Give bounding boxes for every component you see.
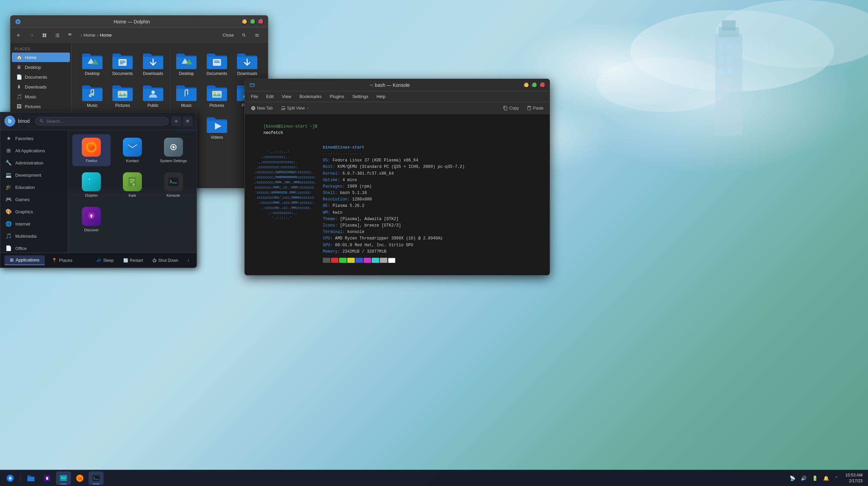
launcher-nav-all-apps[interactable]: ⊞ All Applications	[0, 144, 68, 157]
taskbar-software-store[interactable]	[40, 471, 55, 485]
tab-places[interactable]: 📍 Places	[46, 255, 78, 265]
launcher-nav-label-graphics: Graphics	[15, 209, 33, 214]
taskbar-clock[interactable]: 10:53 AM 2/17/23	[843, 472, 865, 484]
file-item-pictures-1[interactable]: Pictures	[109, 81, 137, 111]
breadcrumb-parent[interactable]: Home	[84, 33, 95, 38]
launcher-nav-education[interactable]: 🎓 Education	[0, 181, 68, 193]
launcher-tab-group: ⊞ Applications 📍 Places	[4, 255, 78, 265]
launcher-nav-administration[interactable]: 🔧 Administration	[0, 157, 68, 169]
color-block-6	[364, 258, 371, 263]
file-item-pictures-2[interactable]: Pictures	[203, 81, 231, 111]
launcher-nav-label-education: Education	[15, 185, 35, 190]
paste-button[interactable]: Paste	[523, 104, 547, 112]
tab-applications[interactable]: ⊞ Applications	[4, 255, 45, 265]
taskbar-file-manager[interactable]	[23, 471, 38, 485]
neofetch-user: binod@linux-start	[323, 144, 546, 151]
hamburger-menu-button[interactable]	[252, 30, 262, 41]
konsole-terminal[interactable]: [binod@linux-start ~]$ neofetch '.,:::::…	[245, 114, 550, 263]
minimize-button[interactable]: _	[242, 19, 247, 24]
app-item-konsole[interactable]: Konsole	[154, 169, 192, 201]
network-tray-icon[interactable]: 📡	[788, 474, 797, 482]
menu-file[interactable]: File	[247, 93, 261, 100]
sys-icons-area: 📡 🔊 🔋 🔔 ⌃	[788, 474, 840, 482]
compact-view-button[interactable]	[65, 30, 76, 41]
dolphin-close-label[interactable]: Close	[220, 31, 237, 39]
svg-point-2	[596, 58, 732, 112]
file-item-desktop-2[interactable]: Desktop	[173, 50, 201, 79]
konsole-close-button[interactable]: ✕	[540, 82, 546, 88]
file-item-downloads-2[interactable]: Downloads	[234, 50, 261, 79]
menu-bookmarks[interactable]: Bookmarks	[296, 93, 325, 100]
file-item-music-1[interactable]: Music	[78, 81, 106, 111]
app-item-kontact[interactable]: Kontact	[113, 134, 152, 166]
split-view-button[interactable]: Split View	[277, 104, 313, 112]
close-window-button[interactable]: ✕	[258, 19, 264, 24]
sidebar-item-desktop[interactable]: 🖥 Desktop	[12, 62, 70, 72]
launcher-nav-graphics[interactable]: 🎨 Graphics	[0, 206, 68, 218]
games-icon: 🎮	[5, 196, 12, 203]
menu-edit[interactable]: Edit	[263, 93, 277, 100]
sidebar-item-downloads[interactable]: ⬇ Downloads	[12, 82, 70, 92]
app-item-kate[interactable]: Kate	[113, 169, 152, 201]
app-item-system-settings[interactable]: System Settings	[154, 134, 192, 166]
app-item-firefox[interactable]: Firefox	[72, 134, 111, 166]
neofetch-shell: Shell: bash 5.1.16	[323, 190, 546, 196]
launcher-close-button[interactable]: ✕	[183, 116, 192, 126]
taskbar-terminal[interactable]	[89, 471, 104, 485]
launcher-nav-internet[interactable]: 🌐 Internet	[0, 218, 68, 230]
app-item-dolphin[interactable]: Dolphin	[72, 169, 111, 201]
back-button[interactable]	[13, 30, 24, 41]
launcher-username: binod	[18, 118, 30, 124]
file-item-videos-2[interactable]: Videos	[203, 113, 231, 142]
taskbar-dolphin[interactable]	[56, 471, 71, 485]
menu-settings[interactable]: Settings	[349, 93, 372, 100]
sidebar-item-pictures[interactable]: 🖼 Pictures	[12, 102, 70, 111]
tab-places-icon: 📍	[52, 258, 57, 263]
file-item-downloads-1[interactable]: Downloads	[139, 50, 167, 79]
file-item-desktop-1[interactable]: Desktop	[78, 50, 106, 79]
konsole-maximize-button[interactable]: □	[532, 82, 537, 88]
forward-button[interactable]	[26, 30, 37, 41]
launcher-nav-favorites[interactable]: ★ Favorites	[0, 132, 68, 144]
new-tab-button[interactable]: New Tab	[247, 104, 276, 112]
file-item-public-1[interactable]: Public	[139, 81, 167, 111]
app-item-discover[interactable]: Discover	[72, 203, 111, 235]
notifications-tray-icon[interactable]: 🔔	[822, 474, 830, 482]
launcher-nav-office[interactable]: 📄 Office	[0, 242, 68, 253]
expand-tray-icon[interactable]: ⌃	[833, 474, 840, 482]
menu-view[interactable]: View	[278, 93, 295, 100]
sidebar-item-home[interactable]: 🏠 Home	[12, 53, 70, 62]
launcher-nav-games[interactable]: 🎮 Games	[0, 193, 68, 206]
dolphin-toolbar: › Home › Home Close	[11, 28, 268, 43]
copy-button[interactable]: Copy	[500, 104, 522, 112]
menu-plugins[interactable]: Plugins	[326, 93, 348, 100]
search-input[interactable]	[46, 119, 164, 124]
taskbar-firefox[interactable]	[72, 471, 87, 485]
konsole-minimize-button[interactable]: _	[524, 82, 529, 88]
list-view-button[interactable]	[52, 30, 63, 41]
shutdown-button[interactable]: ⏻ Shut Down	[149, 256, 182, 265]
file-item-music-2[interactable]: Music	[173, 81, 201, 111]
breadcrumb-current[interactable]: Home	[100, 33, 112, 38]
taskbar-kicker[interactable]	[3, 471, 18, 485]
launcher-nav-multimedia[interactable]: 🎵 Multimedia	[0, 230, 68, 242]
battery-tray-icon[interactable]: 🔋	[811, 474, 819, 482]
svg-rect-18	[118, 91, 127, 98]
color-block-8	[380, 258, 387, 263]
sidebar-item-documents[interactable]: 📄 Documents	[12, 72, 70, 82]
restart-button[interactable]: 🔄 Restart	[120, 256, 147, 265]
launcher-nav-development[interactable]: 💻 Development	[0, 169, 68, 181]
folder-icon-public-1	[142, 84, 164, 102]
sidebar-item-music[interactable]: 🎵 Music	[12, 92, 70, 101]
search-button[interactable]	[239, 30, 250, 41]
maximize-button[interactable]: □	[250, 19, 256, 24]
volume-tray-icon[interactable]: 🔊	[799, 474, 808, 482]
file-item-documents-1[interactable]: Documents	[109, 50, 137, 79]
launcher-filter-button[interactable]: ≡	[171, 116, 181, 126]
icons-view-button[interactable]	[39, 30, 50, 41]
menu-help[interactable]: Help	[373, 93, 389, 100]
music-icon: 🎵	[16, 94, 22, 100]
file-item-documents-2[interactable]: Documents	[203, 50, 231, 79]
sleep-button[interactable]: 💤 Sleep	[93, 256, 117, 265]
more-options-button[interactable]: ›	[184, 256, 192, 265]
